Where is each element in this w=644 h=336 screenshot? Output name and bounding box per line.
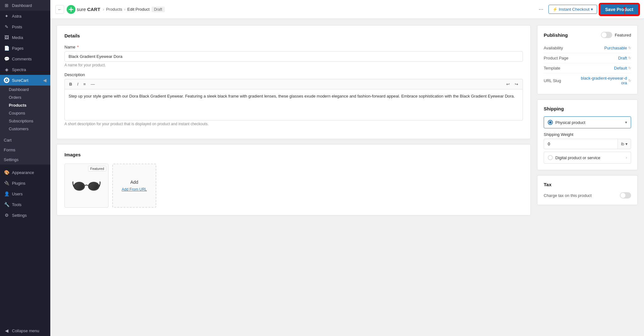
sidebar-item-settings-sc[interactable]: Settings — [0, 155, 50, 165]
instant-checkout-button[interactable]: ⚡ Instant Checkout ▾ — [548, 5, 597, 14]
featured-image-thumb: Featured — [64, 164, 108, 208]
description-label: Description — [64, 72, 523, 77]
astra-icon: ✦ — [4, 13, 9, 19]
sidebar-item-sc-dashboard[interactable]: Dashboard — [9, 86, 50, 93]
shipping-weight-label: Shipping Weight — [544, 132, 631, 137]
italic-button[interactable]: I — [76, 81, 80, 87]
bold-button[interactable]: B — [68, 81, 73, 87]
shipping-card: Shipping Physical product ▾ Shipping Wei… — [537, 99, 638, 170]
url-slug-refresh-icon[interactable]: ↻ — [628, 79, 631, 83]
physical-product-option[interactable]: Physical product ▾ — [544, 116, 631, 128]
breadcrumb-sep-2: › — [124, 7, 125, 12]
sidebar-item-sc-customers[interactable]: Customers — [9, 125, 50, 133]
add-image-button[interactable]: Add Add From URL — [112, 164, 156, 208]
availability-refresh-icon[interactable]: ↻ — [628, 46, 631, 50]
weight-input[interactable] — [544, 139, 618, 149]
sidebar-item-media[interactable]: 🖼 Media — [0, 32, 50, 43]
sidebar-item-pages[interactable]: 📄 Pages — [0, 43, 50, 53]
product-page-value[interactable]: Draft ↻ — [618, 56, 631, 60]
physical-product-radio[interactable] — [548, 120, 553, 125]
surecart-icon — [4, 77, 9, 83]
breadcrumb: › Products › Edit Product Draft — [103, 7, 165, 12]
sidebar-item-sc-subscriptions[interactable]: Subscriptions — [9, 117, 50, 125]
breadcrumb-edit-product: Edit Product — [127, 7, 150, 12]
digital-product-option[interactable]: Digital product or service › — [544, 152, 631, 164]
sidebar-item-forms[interactable]: Forms — [0, 145, 50, 155]
red-arrow-indicator: ↑ — [621, 3, 628, 17]
collapse-icon: ◀ — [4, 328, 9, 333]
back-button[interactable]: ← — [55, 5, 64, 14]
name-required: * — [77, 45, 79, 49]
featured-toggle[interactable] — [601, 32, 612, 38]
add-image-label: Add — [130, 180, 138, 185]
sidebar-item-appearance[interactable]: 🎨 Appearance — [0, 167, 50, 178]
breadcrumb-products[interactable]: Products — [106, 7, 122, 12]
dashboard-icon: ⊞ — [4, 3, 9, 8]
main-column: Details Name * A name for your product. … — [57, 25, 531, 330]
sidebar-item-label: Customers — [9, 126, 29, 131]
more-options-button[interactable]: ··· — [536, 5, 546, 14]
sidebar-item-sc-coupons[interactable]: Coupons — [9, 109, 50, 117]
surecart-label: SureCart — [12, 78, 28, 83]
sidebar-item-cart[interactable]: Cart — [0, 135, 50, 145]
surecart-header[interactable]: SureCart ◀ — [0, 75, 50, 86]
sidebar-item-dashboard[interactable]: ⊞ Dashboard — [0, 0, 50, 11]
publishing-title: Publishing — [544, 32, 568, 38]
undo-button[interactable]: ↩ — [505, 81, 511, 87]
url-slug-value[interactable]: black-gradient-eyewear-dora ↻ — [581, 76, 631, 85]
sidebar-item-label: Products — [9, 103, 26, 108]
template-refresh-icon[interactable]: ↻ — [628, 66, 631, 70]
redo-button[interactable]: ↪ — [514, 81, 519, 87]
right-sidebar: Publishing Featured Availability Purchas… — [537, 25, 638, 330]
digital-product-radio[interactable] — [548, 155, 553, 160]
svg-point-7 — [89, 183, 98, 189]
sidebar-item-tools[interactable]: 🔧 Tools — [0, 199, 50, 210]
product-page-refresh-icon[interactable]: ↻ — [628, 56, 631, 60]
svg-point-6 — [75, 183, 84, 189]
publishing-card: Publishing Featured Availability Purchas… — [537, 25, 638, 94]
sidebar-item-label: Users — [12, 192, 23, 196]
sidebar-item-sc-orders[interactable]: Orders — [9, 93, 50, 101]
add-from-url-link[interactable]: Add From URL — [122, 187, 147, 192]
template-value[interactable]: Default ↻ — [614, 66, 631, 70]
description-field-group: Description B I ≡ — ↩ ↪ Step up your sty… — [64, 72, 523, 126]
template-key: Template — [544, 66, 560, 70]
publishing-header: Publishing Featured — [544, 32, 631, 38]
surecart-collapse-icon: ◀ — [43, 78, 47, 83]
instant-checkout-label: Instant Checkout — [559, 7, 590, 12]
plugins-icon: 🔌 — [4, 180, 9, 186]
comments-icon: 💬 — [4, 56, 9, 62]
list-button[interactable]: ≡ — [82, 81, 87, 87]
sidebar-item-plugins[interactable]: 🔌 Plugins — [0, 178, 50, 188]
sidebar-item-spectra[interactable]: ◈ Spectra — [0, 64, 50, 75]
featured-badge: Featured — [88, 166, 106, 171]
sidebar-item-label: Pages — [12, 46, 24, 51]
physical-product-chevron: ▾ — [625, 120, 627, 125]
sidebar-item-users[interactable]: 👤 Users — [0, 188, 50, 199]
sidebar-item-label: Settings — [4, 157, 19, 162]
name-field-group: Name * A name for your product. — [64, 45, 523, 67]
description-editor[interactable]: Step up your style game with our Dora Bl… — [64, 89, 523, 120]
separator-button[interactable]: — — [90, 81, 96, 87]
sidebar-item-label: Cart — [4, 138, 12, 143]
weight-unit-selector[interactable]: lb ▾ — [618, 139, 631, 149]
sidebar-item-collapse[interactable]: ◀ Collapse menu — [0, 325, 50, 336]
availability-key: Availability — [544, 46, 563, 50]
images-card-title: Images — [64, 152, 523, 157]
tax-toggle[interactable] — [620, 192, 631, 199]
shipping-title: Shipping — [544, 106, 631, 111]
product-name-input[interactable] — [64, 51, 523, 62]
brand-logo: sureCART — [67, 5, 100, 14]
sidebar-item-sc-products[interactable]: Products — [9, 101, 50, 109]
sidebar-item-astra[interactable]: ✦ Astra — [0, 11, 50, 21]
availability-value[interactable]: Purchasable ↻ — [604, 46, 631, 50]
settings-icon: ⚙ — [4, 212, 9, 218]
sidebar-item-comments[interactable]: 💬 Comments — [0, 53, 50, 64]
save-product-button[interactable]: Save Product — [600, 4, 639, 15]
editor-toolbar-right: ↩ ↪ — [505, 81, 519, 87]
sidebar-item-posts[interactable]: ✎ Posts — [0, 21, 50, 32]
sidebar-item-label: Appearance — [12, 170, 34, 175]
sidebar-item-settings-wp[interactable]: ⚙ Settings — [0, 210, 50, 221]
name-hint: A name for your product. — [64, 63, 523, 67]
sidebar-item-label: Media — [12, 35, 23, 40]
